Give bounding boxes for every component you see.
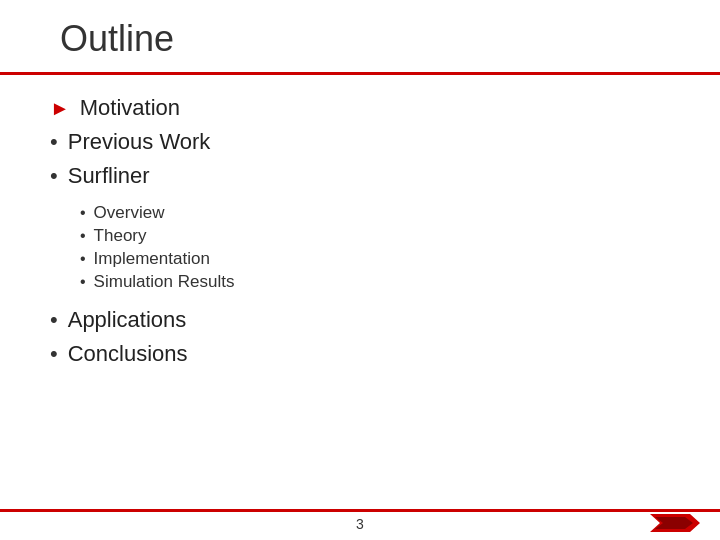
decorative-icon xyxy=(650,512,700,534)
list-item-conclusions: • Conclusions xyxy=(50,341,670,367)
implementation-label: Implementation xyxy=(94,249,210,269)
theory-label: Theory xyxy=(94,226,147,246)
simulation-label: Simulation Results xyxy=(94,272,235,292)
applications-label: Applications xyxy=(68,307,187,333)
content-area: ► Motivation • Previous Work • Surfliner… xyxy=(50,85,670,500)
bottom-bar xyxy=(0,509,720,512)
list-item-previous-work: • Previous Work xyxy=(50,129,670,155)
surfliner-label: Surfliner xyxy=(68,163,150,189)
slide: Outline ► Motivation • Previous Work • S… xyxy=(0,0,720,540)
sub-list-item-simulation: • Simulation Results xyxy=(80,272,234,292)
previous-work-label: Previous Work xyxy=(68,129,211,155)
dot-bullet-surfliner: • xyxy=(50,163,58,189)
top-bar xyxy=(0,72,720,75)
sub-bullet-implementation: • xyxy=(80,250,86,268)
dot-bullet-applications: • xyxy=(50,307,58,333)
list-item-applications: • Applications xyxy=(50,307,670,333)
page-number: 3 xyxy=(356,516,364,532)
sub-bullet-overview: • xyxy=(80,204,86,222)
motivation-label: Motivation xyxy=(80,95,180,121)
sub-list-item-overview: • Overview xyxy=(80,203,234,223)
slide-title: Outline xyxy=(60,18,174,60)
conclusions-label: Conclusions xyxy=(68,341,188,367)
sub-bullet-theory: • xyxy=(80,227,86,245)
sub-bullet-simulation: • xyxy=(80,273,86,291)
list-item-surfliner: • Surfliner • Overview • Theory • Implem… xyxy=(50,163,670,299)
dot-bullet-conclusions: • xyxy=(50,341,58,367)
main-list: ► Motivation • Previous Work • Surfliner… xyxy=(50,95,670,367)
surfliner-sub-list: • Overview • Theory • Implementation • S… xyxy=(80,203,234,295)
deco-svg xyxy=(650,512,700,534)
list-item-motivation: ► Motivation xyxy=(50,95,670,121)
sub-list-item-theory: • Theory xyxy=(80,226,234,246)
arrow-bullet-motivation: ► xyxy=(50,97,70,120)
dot-bullet-previous-work: • xyxy=(50,129,58,155)
sub-list-item-implementation: • Implementation xyxy=(80,249,234,269)
overview-label: Overview xyxy=(94,203,165,223)
